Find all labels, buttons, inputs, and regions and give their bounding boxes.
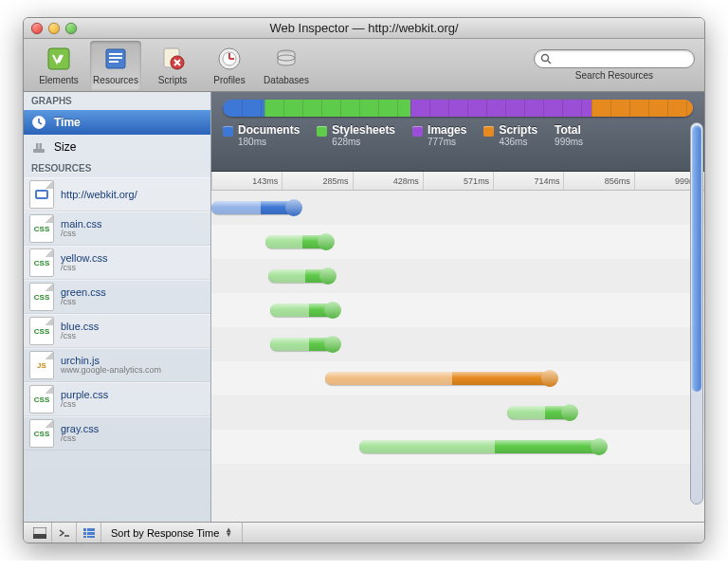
summary-graph: Documents180msStylesheets628msImages777m… [211,92,704,172]
timeline-graph [211,191,704,522]
content-pane: Documents180msStylesheets628msImages777m… [211,92,704,522]
timeline-row [211,361,704,395]
resource-row[interactable]: http://webkit.org/ [24,177,210,211]
close-icon[interactable] [31,23,43,34]
tab-elements[interactable]: Elements [33,41,84,90]
resource-row[interactable]: CSSmain.css/css [24,211,210,246]
legend-name: Scripts [499,124,537,137]
summary-legend: Documents180msStylesheets628msImages777m… [223,124,693,147]
svg-rect-15 [33,149,45,153]
svg-point-11 [542,55,549,62]
timeline-bar[interactable] [359,440,606,453]
search-input[interactable] [555,53,688,64]
bar-cap [561,404,578,421]
timeline-row [211,395,704,430]
inspector-window: Web Inspector — http://webkit.org/ Eleme… [23,17,705,543]
sort-select[interactable]: Sort by Response Time ▲▼ [101,523,243,543]
timeline-bar[interactable] [270,338,339,351]
legend-name: Total [555,124,583,137]
bar-cap [324,302,341,319]
timeline-bar[interactable] [325,372,557,385]
css-file-icon: CSS [29,317,54,345]
resource-row[interactable]: CSSgreen.css/css [24,280,210,314]
timeline-bar[interactable] [211,201,300,214]
svg-rect-26 [87,536,95,538]
bar-cap [285,199,302,216]
legend-value: 777ms [428,137,466,147]
svg-rect-3 [109,57,122,59]
large-rows-button[interactable] [77,523,101,543]
sidebar-item-label: Time [54,116,81,129]
timeline-row [211,225,704,259]
timeline-bar[interactable] [507,406,576,419]
svg-rect-24 [87,532,95,535]
css-file-icon: CSS [29,419,54,448]
timeline-bar[interactable] [265,235,332,248]
resource-row[interactable]: CSSyellow.css/css [24,246,210,280]
summary-bar [223,100,693,117]
resource-path: /css [61,400,108,410]
scrollbar-thumb[interactable] [692,125,701,392]
svg-line-12 [548,61,551,64]
time-ruler: 143ms285ms428ms571ms714ms856ms999ms [211,172,704,191]
resource-path: www.google-analytics.com [61,366,161,376]
resource-path: /css [61,434,99,444]
legend-value: 180ms [238,137,300,147]
resource-name: http://webkit.org/ [61,189,137,200]
legend-item: Stylesheets628ms [317,124,395,147]
svg-rect-16 [36,143,39,149]
elements-icon [45,45,73,73]
chevron-updown-icon: ▲▼ [225,528,232,538]
console-button[interactable] [52,523,77,543]
tab-scripts[interactable]: Scripts [147,41,198,90]
legend-swatch [317,126,327,137]
search-label: Search Resources [575,70,653,81]
scrollbar[interactable] [690,122,703,505]
bar-cap [541,370,558,387]
summary-segment [592,100,693,117]
window-title: Web Inspector — http://webkit.org/ [24,21,704,35]
search-field[interactable] [534,49,695,68]
svg-rect-25 [83,536,86,538]
sidebar-item-size[interactable]: Size [24,135,210,159]
ruler-tick: 856ms [563,172,633,190]
summary-segment [264,100,410,117]
legend-swatch [223,126,233,137]
tab-profiles[interactable]: Profiles [204,41,255,90]
resource-row[interactable]: CSSgray.css/css [24,416,210,450]
databases-icon [272,45,300,73]
titlebar: Web Inspector — http://webkit.org/ [24,18,704,39]
svg-rect-23 [83,532,86,535]
svg-rect-21 [83,528,86,531]
timeline-bar[interactable] [268,269,335,283]
timeline-row [211,191,704,225]
sidebar: GRAPHS Time Size RESOURCES http://webkit… [24,92,211,522]
tab-resources[interactable]: Resources [90,41,141,90]
profiles-icon [215,45,244,73]
timeline-bar[interactable] [270,303,339,317]
ruler-tick: 428ms [353,172,423,190]
sort-label: Sort by Response Time [111,527,219,539]
dock-button[interactable] [27,523,52,543]
html-file-icon [29,180,54,209]
sidebar-item-time[interactable]: Time [24,110,210,135]
legend-swatch [412,126,423,137]
css-file-icon: CSS [29,248,54,277]
timeline-row [211,430,704,464]
minimize-icon[interactable] [48,23,60,34]
zoom-icon[interactable] [65,23,77,34]
ruler-tick: 571ms [423,172,493,190]
tab-databases[interactable]: Databases [261,41,312,90]
timeline-row [211,327,704,361]
resource-row[interactable]: JSurchin.jswww.google-analytics.com [24,348,210,382]
svg-rect-22 [87,528,95,531]
weight-icon [31,139,46,155]
search-icon [540,53,552,64]
graphs-header: GRAPHS [24,92,210,110]
bar-cap [324,336,341,353]
ruler-tick: 285ms [282,172,352,190]
resource-row[interactable]: CSSblue.css/css [24,314,210,348]
css-file-icon: CSS [29,385,54,414]
resources-header: RESOURCES [24,159,210,177]
resource-row[interactable]: CSSpurple.css/css [24,382,210,416]
